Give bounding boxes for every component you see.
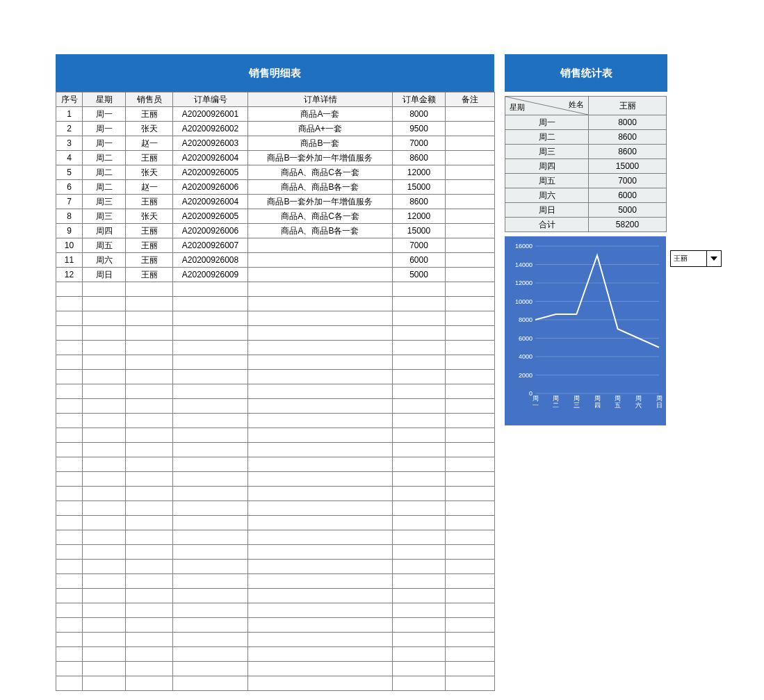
cell-ord[interactable]: A20200926009	[173, 268, 248, 282]
cell-rem[interactable]	[446, 136, 495, 151]
cell-rem[interactable]	[446, 180, 495, 195]
cell-sp[interactable]: 王丽	[126, 253, 173, 268]
table-row-empty[interactable]	[56, 370, 495, 384]
summary-row[interactable]: 周二8600	[505, 130, 667, 145]
cell-amt[interactable]: 7000	[393, 136, 446, 151]
cell-sp[interactable]: 张天	[126, 165, 173, 180]
cell-day[interactable]: 周三	[83, 195, 126, 209]
cell-rem[interactable]	[446, 238, 495, 253]
summary-value[interactable]: 15000	[589, 159, 667, 174]
cell-rem[interactable]	[446, 165, 495, 180]
cell-amt[interactable]: 5000	[393, 268, 446, 282]
cell-ord[interactable]: A20200926006	[173, 224, 248, 238]
cell-sp[interactable]: 王丽	[126, 151, 173, 165]
table-row[interactable]: 6周二赵一A20200926006商品A、商品B各一套15000	[56, 180, 495, 195]
table-row-empty[interactable]	[56, 472, 495, 487]
table-row-empty[interactable]	[56, 501, 495, 516]
summary-row[interactable]: 周日5000	[505, 203, 667, 218]
summary-row[interactable]: 周五7000	[505, 174, 667, 188]
table-row-empty[interactable]	[56, 399, 495, 414]
table-row-empty[interactable]	[56, 282, 495, 297]
cell-det[interactable]: 商品B一套外加一年增值服务	[248, 195, 393, 209]
cell-amt[interactable]: 9500	[393, 122, 446, 136]
table-row-empty[interactable]	[56, 326, 495, 341]
table-row-empty[interactable]	[56, 414, 495, 428]
cell-sp[interactable]: 王丽	[126, 107, 173, 122]
table-row[interactable]: 4周二王丽A20200926004商品B一套外加一年增值服务8600	[56, 151, 495, 165]
cell-day[interactable]: 周四	[83, 224, 126, 238]
cell-day[interactable]: 周二	[83, 151, 126, 165]
cell-rem[interactable]	[446, 122, 495, 136]
cell-det[interactable]	[248, 268, 393, 282]
salesperson-selector[interactable]: 王丽	[670, 250, 722, 267]
table-row-empty[interactable]	[56, 662, 495, 676]
cell-rem[interactable]	[446, 268, 495, 282]
cell-sp[interactable]: 赵一	[126, 136, 173, 151]
cell-amt[interactable]: 15000	[393, 180, 446, 195]
table-row-empty[interactable]	[56, 428, 495, 443]
table-row-empty[interactable]	[56, 311, 495, 326]
table-row-empty[interactable]	[56, 530, 495, 545]
summary-day[interactable]: 周五	[505, 174, 589, 188]
cell-day[interactable]: 周一	[83, 107, 126, 122]
table-row-empty[interactable]	[56, 355, 495, 370]
cell-seq[interactable]: 8	[56, 209, 83, 224]
cell-day[interactable]: 周一	[83, 122, 126, 136]
cell-seq[interactable]: 5	[56, 165, 83, 180]
cell-seq[interactable]: 10	[56, 238, 83, 253]
summary-value[interactable]: 5000	[589, 203, 667, 218]
summary-value[interactable]: 8000	[589, 115, 667, 130]
cell-rem[interactable]	[446, 209, 495, 224]
cell-day[interactable]: 周二	[83, 180, 126, 195]
cell-ord[interactable]: A20200926005	[173, 209, 248, 224]
table-row-empty[interactable]	[56, 676, 495, 691]
table-row-empty[interactable]	[56, 457, 495, 472]
cell-ord[interactable]: A20200926001	[173, 107, 248, 122]
table-row-empty[interactable]	[56, 443, 495, 457]
cell-day[interactable]: 周二	[83, 165, 126, 180]
cell-amt[interactable]: 8600	[393, 151, 446, 165]
summary-value[interactable]: 8600	[589, 130, 667, 145]
col-salesperson[interactable]: 销售员	[126, 92, 173, 107]
table-row[interactable]: 2周一张天A20200926002商品A+一套9500	[56, 122, 495, 136]
summary-day[interactable]: 周二	[505, 130, 589, 145]
cell-seq[interactable]: 12	[56, 268, 83, 282]
cell-amt[interactable]: 12000	[393, 165, 446, 180]
cell-amt[interactable]: 8600	[393, 195, 446, 209]
cell-sp[interactable]: 王丽	[126, 195, 173, 209]
cell-seq[interactable]: 11	[56, 253, 83, 268]
cell-sp[interactable]: 张天	[126, 122, 173, 136]
cell-rem[interactable]	[446, 253, 495, 268]
cell-rem[interactable]	[446, 107, 495, 122]
table-row-empty[interactable]	[56, 633, 495, 647]
table-row-empty[interactable]	[56, 574, 495, 589]
cell-ord[interactable]: A20200926002	[173, 122, 248, 136]
cell-ord[interactable]: A20200926005	[173, 165, 248, 180]
cell-det[interactable]: 商品A、商品C各一套	[248, 209, 393, 224]
col-order-no[interactable]: 订单编号	[173, 92, 248, 107]
table-row[interactable]: 7周三王丽A20200926004商品B一套外加一年增值服务8600	[56, 195, 495, 209]
cell-day[interactable]: 周三	[83, 209, 126, 224]
cell-ord[interactable]: A20200926008	[173, 253, 248, 268]
cell-sp[interactable]: 王丽	[126, 268, 173, 282]
cell-sp[interactable]: 赵一	[126, 180, 173, 195]
summary-row[interactable]: 周一8000	[505, 115, 667, 130]
cell-amt[interactable]: 6000	[393, 253, 446, 268]
table-row-empty[interactable]	[56, 516, 495, 530]
table-row-empty[interactable]	[56, 487, 495, 501]
table-row-empty[interactable]	[56, 560, 495, 574]
table-row-empty[interactable]	[56, 618, 495, 633]
table-row-empty[interactable]	[56, 297, 495, 311]
col-day[interactable]: 星期	[83, 92, 126, 107]
cell-det[interactable]: 商品B一套外加一年增值服务	[248, 151, 393, 165]
table-row[interactable]: 10周五王丽A202009260077000	[56, 238, 495, 253]
table-row-empty[interactable]	[56, 545, 495, 560]
cell-rem[interactable]	[446, 195, 495, 209]
table-row[interactable]: 3周一赵一A20200926003商品B一套7000	[56, 136, 495, 151]
summary-day[interactable]: 周四	[505, 159, 589, 174]
table-row[interactable]: 1周一王丽A20200926001商品A一套8000	[56, 107, 495, 122]
summary-day[interactable]: 周一	[505, 115, 589, 130]
cell-rem[interactable]	[446, 224, 495, 238]
cell-det[interactable]: 商品A一套	[248, 107, 393, 122]
table-row-empty[interactable]	[56, 341, 495, 355]
